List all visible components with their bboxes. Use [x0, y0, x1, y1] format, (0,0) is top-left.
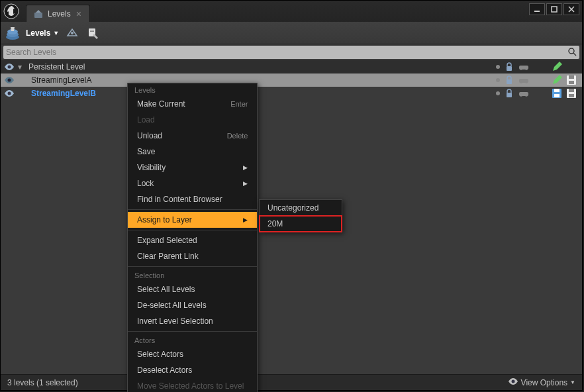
svg-point-28 — [511, 380, 514, 383]
levels-dropdown[interactable]: Levels ▼ — [26, 28, 59, 38]
search-icon — [567, 47, 577, 58]
menu-lock[interactable]: Lock ▶ — [128, 175, 257, 191]
svg-rect-10 — [90, 31, 94, 32]
expand-triangle-icon[interactable]: ▾ — [18, 62, 27, 72]
menu-deselect-all-levels[interactable]: De-select All Levels — [128, 297, 257, 313]
svg-rect-9 — [90, 30, 94, 30]
menu-find-in-browser[interactable]: Find in Content Browser — [128, 191, 257, 207]
close-button[interactable] — [563, 3, 579, 15]
pen-icon[interactable] — [552, 62, 562, 72]
level-label: Persistent Level — [27, 62, 496, 72]
toolbar: Levels ▼ — [1, 22, 582, 44]
gamepad-icon[interactable] — [518, 62, 529, 72]
level-details-icon[interactable] — [85, 25, 101, 41]
chevron-right-icon: ▶ — [243, 217, 248, 223]
lock-icon[interactable] — [504, 75, 514, 85]
menu-unload[interactable]: Unload Delete — [128, 128, 257, 144]
levels-label: Levels — [26, 28, 50, 38]
tab-title: Levels — [48, 9, 71, 19]
menu-separator — [128, 331, 257, 332]
svg-rect-27 — [569, 94, 574, 97]
eye-icon — [508, 377, 518, 387]
menu-load: Load — [128, 112, 257, 128]
chevron-down-icon: ▼ — [570, 379, 575, 385]
status-text: 3 levels (1 selected) — [7, 378, 78, 387]
svg-rect-23 — [554, 89, 560, 92]
menu-save[interactable]: Save — [128, 144, 257, 160]
gamepad-icon[interactable] — [518, 88, 529, 99]
save-icon[interactable] — [566, 88, 577, 99]
menu-separator — [128, 266, 257, 267]
menu-clear-parent-link[interactable]: Clear Parent Link — [128, 248, 257, 264]
tree-row-persistent[interactable]: ▾ Persistent Level — [1, 60, 582, 74]
status-dot-icon — [496, 65, 500, 69]
levels-tab-icon — [33, 9, 44, 19]
view-options-label: View Options — [521, 378, 567, 387]
context-menu: Levels Make Current Enter Load Unload De… — [127, 83, 258, 392]
submenu-20m[interactable]: 20M — [260, 216, 342, 232]
svg-point-7 — [71, 32, 73, 34]
menu-section-actors: Actors — [128, 334, 257, 346]
svg-line-12 — [573, 53, 576, 56]
lock-icon[interactable] — [504, 62, 514, 72]
menu-make-current[interactable]: Make Current Enter — [128, 96, 257, 112]
lock-icon[interactable] — [504, 88, 514, 99]
save-blue-icon[interactable] — [552, 88, 562, 99]
tree-row-level-b[interactable]: StreamingLevelB — [1, 87, 582, 100]
status-dot-icon — [496, 78, 500, 82]
svg-rect-19 — [569, 81, 574, 84]
visibility-icon[interactable] — [1, 76, 18, 84]
svg-rect-1 — [34, 13, 42, 18]
svg-rect-14 — [507, 66, 512, 71]
svg-rect-21 — [507, 93, 512, 97]
menu-separator — [128, 209, 257, 210]
menu-select-actors[interactable]: Select Actors — [128, 346, 257, 362]
chevron-down-icon: ▼ — [53, 30, 59, 36]
view-options-dropdown[interactable]: View Options ▼ — [508, 377, 575, 387]
levels-icon — [5, 25, 21, 41]
svg-rect-24 — [554, 94, 560, 97]
visibility-icon[interactable] — [1, 63, 18, 71]
menu-deselect-actors[interactable]: Deselect Actors — [128, 362, 257, 378]
svg-point-11 — [569, 48, 574, 54]
unreal-logo-icon — [1, 1, 22, 22]
menu-assign-to-layer[interactable]: Assign to Layer ▶ — [128, 212, 257, 228]
menu-visibility[interactable]: Visibility ▶ — [128, 160, 257, 175]
assign-to-layer-submenu: Uncategorized 20M — [259, 199, 342, 232]
status-dot-icon — [496, 91, 500, 95]
visibility-icon[interactable] — [1, 89, 18, 97]
levels-tree: ▾ Persistent Level StreamingLevelA — [1, 60, 582, 100]
tree-row-level-a[interactable]: StreamingLevelA — [1, 74, 582, 87]
gamepad-icon[interactable] — [518, 75, 529, 85]
menu-move-actors: Move Selected Actors to Level — [128, 378, 257, 392]
tab-levels[interactable]: Levels × — [26, 5, 90, 22]
svg-rect-3 — [552, 7, 557, 12]
svg-point-20 — [8, 92, 11, 95]
summon-tool-icon[interactable] — [64, 25, 80, 41]
svg-rect-16 — [507, 79, 512, 84]
svg-rect-26 — [569, 89, 574, 92]
titlebar: Levels × — [1, 1, 582, 22]
menu-separator — [128, 230, 257, 230]
levels-window: Levels × Levels ▼ — [0, 0, 583, 391]
chevron-right-icon: ▶ — [243, 164, 248, 171]
menu-expand-selected[interactable]: Expand Selected — [128, 232, 257, 248]
tab-close-button[interactable]: × — [75, 9, 83, 19]
svg-rect-18 — [569, 75, 574, 79]
maximize-button[interactable] — [546, 3, 562, 15]
menu-section-selection: Selection — [128, 269, 257, 281]
chevron-right-icon: ▶ — [243, 180, 248, 187]
search-input[interactable] — [6, 48, 567, 57]
menu-invert-level-selection[interactable]: Invert Level Selection — [128, 313, 257, 329]
menu-select-all-levels[interactable]: Select All Levels — [128, 281, 257, 297]
minimize-button[interactable] — [529, 3, 545, 15]
status-bar: 3 levels (1 selected) View Options ▼ — [1, 374, 582, 390]
submenu-uncategorized[interactable]: Uncategorized — [260, 200, 342, 216]
pen-icon[interactable] — [552, 75, 562, 85]
menu-section-levels: Levels — [128, 83, 257, 96]
svg-rect-2 — [534, 11, 540, 12]
save-icon[interactable] — [566, 75, 577, 85]
svg-point-15 — [8, 79, 11, 82]
search-bar[interactable] — [3, 46, 579, 59]
svg-point-13 — [8, 66, 11, 69]
